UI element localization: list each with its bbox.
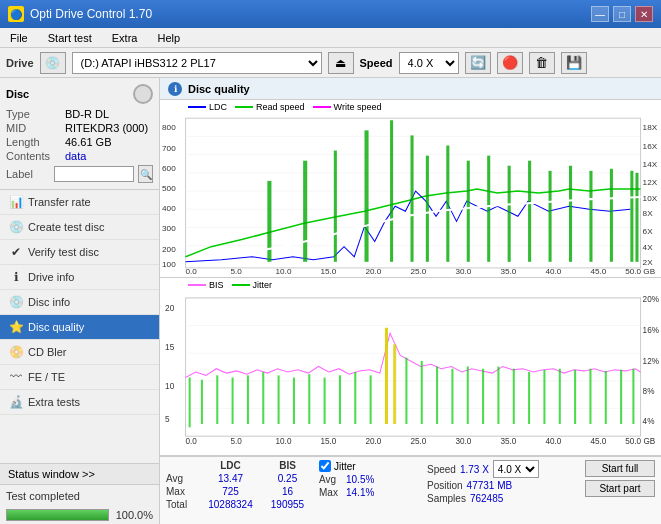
svg-rect-108	[620, 370, 622, 424]
start-part-button[interactable]: Start part	[585, 480, 655, 497]
read-speed-legend-label: Read speed	[256, 102, 305, 112]
svg-rect-106	[589, 369, 591, 424]
burn-btn[interactable]: 🔴	[497, 52, 523, 74]
menu-extra[interactable]: Extra	[106, 31, 144, 45]
speed-stat-select[interactable]: 4.0 X	[493, 460, 539, 478]
disc-title: Disc	[6, 88, 29, 100]
stats-empty	[166, 460, 201, 471]
svg-rect-44	[467, 161, 470, 262]
panel-header: ℹ Disc quality	[160, 78, 661, 100]
sidebar-item-cd-bler[interactable]: 📀 CD Bler	[0, 340, 159, 365]
svg-rect-103	[543, 370, 545, 424]
svg-text:30.0: 30.0	[455, 267, 471, 276]
svg-text:5.0: 5.0	[231, 267, 243, 276]
sidebar-item-label: Verify test disc	[28, 246, 99, 258]
eject-button[interactable]: ⏏	[328, 52, 354, 74]
sidebar-item-disc-quality[interactable]: ⭐ Disc quality	[0, 315, 159, 340]
svg-text:50.0 GB: 50.0 GB	[625, 436, 655, 446]
label-btn[interactable]: 🔍	[138, 165, 153, 183]
refresh-btn[interactable]: 🔄	[465, 52, 491, 74]
speed-stat-value: 1.73 X	[460, 464, 489, 475]
svg-text:700: 700	[162, 144, 176, 153]
drive-icon-btn[interactable]: 💿	[40, 52, 66, 74]
svg-text:35.0: 35.0	[500, 267, 516, 276]
erase-btn[interactable]: 🗑	[529, 52, 555, 74]
sidebar-item-label: FE / TE	[28, 371, 65, 383]
verify-test-disc-icon: ✔	[8, 244, 24, 260]
disc-mid-label: MID	[6, 122, 61, 134]
svg-text:20.0: 20.0	[366, 436, 382, 446]
sidebar-item-transfer-rate[interactable]: 📊 Transfer rate	[0, 190, 159, 215]
jitter-checkbox[interactable]	[319, 460, 331, 472]
close-button[interactable]: ✕	[635, 6, 653, 22]
start-full-button[interactable]: Start full	[585, 460, 655, 477]
svg-rect-63	[186, 298, 641, 436]
app-title: Opti Drive Control 1.70	[30, 7, 152, 21]
svg-text:15: 15	[165, 342, 174, 352]
svg-rect-96	[436, 367, 438, 425]
drive-select[interactable]: (D:) ATAPI iHBS312 2 PL17	[72, 52, 322, 74]
svg-rect-52	[630, 171, 633, 262]
disc-mid-value: RITEKDR3 (000)	[65, 122, 148, 134]
position-label: Position	[427, 480, 463, 491]
svg-text:45.0: 45.0	[590, 436, 606, 446]
svg-rect-40	[390, 120, 393, 262]
status-window-button[interactable]: Status window >>	[0, 463, 159, 484]
jitter-legend-item: Jitter	[232, 280, 273, 290]
fe-te-icon: 〰	[8, 369, 24, 385]
menu-help[interactable]: Help	[151, 31, 186, 45]
speed-select[interactable]: 4.0 X	[399, 52, 459, 74]
minimize-button[interactable]: —	[591, 6, 609, 22]
svg-rect-51	[610, 169, 613, 262]
svg-rect-102	[528, 372, 530, 424]
upper-chart: LDC Read speed Write speed 800 700	[160, 100, 661, 278]
ldc-avg: 13.47	[203, 473, 258, 484]
window-controls[interactable]: — □ ✕	[591, 6, 653, 22]
sidebar-item-label: Disc quality	[28, 321, 84, 333]
svg-text:14X: 14X	[643, 160, 658, 169]
svg-rect-83	[247, 375, 249, 424]
disc-info-icon: 💿	[8, 294, 24, 310]
disc-length-value: 46.61 GB	[65, 136, 111, 148]
disc-section: Disc Type BD-R DL MID RITEKDR3 (000) Len…	[0, 78, 159, 190]
svg-text:8%: 8%	[643, 386, 655, 396]
status-text: Test completed	[6, 490, 80, 502]
ldc-legend-color	[188, 106, 206, 108]
ldc-header: LDC	[203, 460, 258, 471]
read-speed-legend-color	[235, 106, 253, 108]
menu-file[interactable]: File	[4, 31, 34, 45]
lower-legend: BIS Jitter	[188, 280, 272, 290]
extra-tests-icon: 🔬	[8, 394, 24, 410]
start-buttons: Start full Start part	[585, 460, 655, 497]
sidebar: Disc Type BD-R DL MID RITEKDR3 (000) Len…	[0, 78, 160, 524]
save-btn[interactable]: 💾	[561, 52, 587, 74]
svg-text:40.0: 40.0	[545, 267, 561, 276]
svg-text:16X: 16X	[643, 142, 658, 151]
bis-header: BIS	[260, 460, 315, 471]
svg-text:4X: 4X	[643, 243, 654, 252]
sidebar-item-verify-test-disc[interactable]: ✔ Verify test disc	[0, 240, 159, 265]
svg-rect-91	[370, 375, 372, 424]
disc-label-input[interactable]	[54, 166, 134, 182]
menu-start-test[interactable]: Start test	[42, 31, 98, 45]
svg-rect-90	[354, 372, 356, 424]
sidebar-item-extra-tests[interactable]: 🔬 Extra tests	[0, 390, 159, 415]
svg-rect-41	[411, 135, 414, 261]
sidebar-item-create-test-disc[interactable]: 💿 Create test disc	[0, 215, 159, 240]
svg-rect-105	[574, 370, 576, 424]
sidebar-item-label: Extra tests	[28, 396, 80, 408]
title-bar: 🔵 Opti Drive Control 1.70 — □ ✕	[0, 0, 661, 28]
sidebar-item-disc-info[interactable]: 💿 Disc info	[0, 290, 159, 315]
svg-text:10X: 10X	[643, 194, 658, 203]
sidebar-item-label: Disc info	[28, 296, 70, 308]
max-label: Max	[166, 486, 201, 497]
svg-text:6X: 6X	[643, 227, 654, 236]
write-speed-legend-color	[313, 106, 331, 108]
sidebar-item-drive-info[interactable]: ℹ Drive info	[0, 265, 159, 290]
bis-avg: 0.25	[260, 473, 315, 484]
svg-text:2X: 2X	[643, 258, 654, 267]
menu-bar: File Start test Extra Help	[0, 28, 661, 48]
sidebar-item-fe-te[interactable]: 〰 FE / TE	[0, 365, 159, 390]
disc-header: Disc	[6, 84, 153, 104]
maximize-button[interactable]: □	[613, 6, 631, 22]
